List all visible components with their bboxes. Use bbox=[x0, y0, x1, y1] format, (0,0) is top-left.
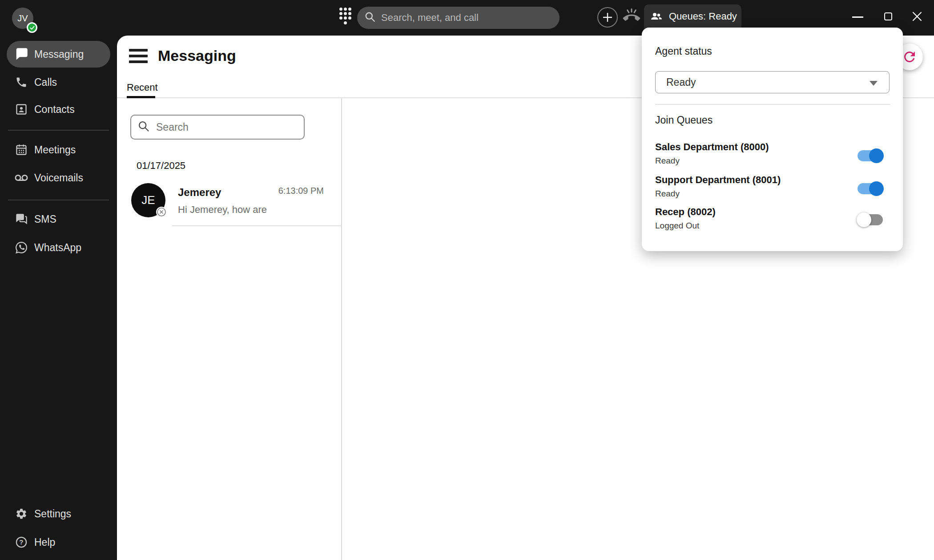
global-search[interactable] bbox=[357, 7, 560, 29]
sidebar-item-meetings[interactable]: Meetings bbox=[0, 136, 117, 163]
sidebar-item-label: Calls bbox=[34, 76, 57, 88]
ringing-phone-icon[interactable] bbox=[623, 8, 640, 27]
sidebar-item-sms[interactable]: SMS bbox=[0, 206, 117, 232]
sidebar-item-label: Meetings bbox=[34, 144, 76, 156]
conversation-time: 6:13:09 PM bbox=[278, 186, 324, 196]
search-icon bbox=[137, 120, 150, 134]
queue-row-sales: Sales Department (8000) Ready bbox=[655, 141, 769, 166]
sidebar-item-label: WhatsApp bbox=[34, 242, 81, 254]
queues-status-label: Queues: Ready bbox=[669, 11, 737, 22]
sidebar-item-label: Messaging bbox=[34, 48, 84, 60]
whatsapp-icon bbox=[15, 241, 28, 254]
tab-recent[interactable]: Recent bbox=[127, 82, 158, 93]
panel-divider bbox=[655, 104, 890, 105]
conversation-date-group: 01/17/2025 bbox=[137, 160, 185, 172]
gear-icon bbox=[15, 507, 28, 520]
search-icon bbox=[364, 11, 376, 24]
presence-available-icon bbox=[27, 22, 37, 33]
queue-toggle-sales[interactable] bbox=[858, 150, 883, 161]
list-pane-divider bbox=[341, 98, 342, 560]
queue-toggle-recep[interactable] bbox=[858, 214, 883, 225]
window-minimize-button[interactable] bbox=[852, 16, 863, 18]
queue-row-support: Support Department (8001) Ready bbox=[655, 174, 781, 199]
queue-row-recep: Recep (8002) Logged Out bbox=[655, 206, 716, 231]
calendar-icon bbox=[15, 143, 28, 156]
phone-icon bbox=[15, 76, 28, 89]
contact-initials: JE bbox=[141, 193, 155, 207]
conversation-search[interactable] bbox=[130, 115, 305, 140]
sidebar-item-contacts[interactable]: Contacts bbox=[0, 96, 117, 123]
help-circle-icon: ? bbox=[15, 536, 28, 549]
sidebar-item-messaging[interactable]: Messaging bbox=[0, 41, 117, 68]
contact-card-icon bbox=[15, 103, 28, 116]
sidebar-divider bbox=[8, 130, 109, 131]
sidebar-item-calls[interactable]: Calls bbox=[0, 69, 117, 96]
new-action-button[interactable] bbox=[597, 7, 618, 28]
queues-popover: Agent status Ready Join Queues Sales Dep… bbox=[642, 28, 903, 251]
join-queues-heading: Join Queues bbox=[655, 114, 713, 126]
conversation-search-input[interactable] bbox=[156, 121, 290, 133]
sidebar-item-label: SMS bbox=[34, 213, 56, 225]
voicemail-icon bbox=[15, 171, 28, 184]
sms-bubbles-icon bbox=[15, 212, 28, 226]
menu-icon[interactable] bbox=[129, 49, 148, 63]
sidebar-item-whatsapp[interactable]: WhatsApp bbox=[0, 234, 117, 261]
sidebar-item-help[interactable]: ? Help bbox=[0, 529, 117, 556]
presence-offline-icon bbox=[156, 207, 167, 217]
agent-status-value: Ready bbox=[666, 76, 696, 88]
global-search-input[interactable] bbox=[381, 12, 541, 24]
avatar-initials: JV bbox=[17, 13, 28, 24]
conversation-name: Jemerey bbox=[178, 186, 221, 199]
chevron-down-icon bbox=[870, 81, 878, 86]
queue-status: Logged Out bbox=[655, 221, 716, 231]
dialpad-icon[interactable] bbox=[339, 8, 351, 25]
svg-text:?: ? bbox=[19, 538, 23, 546]
queue-name: Support Department (8001) bbox=[655, 174, 781, 186]
sidebar-item-label: Contacts bbox=[34, 104, 75, 116]
conversation-preview: Hi Jemerey, how are bbox=[178, 204, 269, 216]
agent-status-select[interactable]: Ready bbox=[655, 71, 890, 93]
agent-status-heading: Agent status bbox=[655, 45, 712, 57]
page-title: Messaging bbox=[158, 47, 236, 64]
toggle-thumb bbox=[869, 148, 884, 163]
queue-name: Sales Department (8000) bbox=[655, 141, 769, 153]
queue-status: Ready bbox=[655, 189, 781, 199]
refresh-icon bbox=[902, 49, 918, 65]
sidebar-item-settings[interactable]: Settings bbox=[0, 500, 117, 527]
toggle-thumb bbox=[857, 212, 871, 227]
sidebar-item-label: Settings bbox=[34, 508, 71, 520]
sidebar-divider bbox=[8, 200, 109, 200]
sidebar-item-label: Help bbox=[34, 536, 55, 548]
sidebar-item-voicemails[interactable]: Voicemails bbox=[0, 164, 117, 191]
toggle-thumb bbox=[869, 181, 884, 196]
tab-active-indicator bbox=[127, 96, 155, 98]
window-close-button[interactable] bbox=[912, 11, 922, 22]
sidebar: Messaging Calls Contacts Meetings Voicem… bbox=[0, 36, 117, 560]
queue-status: Ready bbox=[655, 156, 769, 166]
conversation-list-item[interactable]: JE Jemerey 6:13:09 PM Hi Jemerey, how ar… bbox=[131, 183, 327, 225]
queue-toggle-support[interactable] bbox=[858, 183, 883, 194]
chat-bubble-icon bbox=[15, 48, 28, 61]
sidebar-item-label: Voicemails bbox=[34, 172, 83, 184]
people-icon bbox=[650, 12, 663, 21]
window-maximize-button[interactable] bbox=[884, 12, 892, 20]
queue-name: Recep (8002) bbox=[655, 206, 716, 218]
conversation-divider bbox=[172, 225, 342, 226]
queues-status-button[interactable]: Queues: Ready bbox=[644, 4, 741, 28]
